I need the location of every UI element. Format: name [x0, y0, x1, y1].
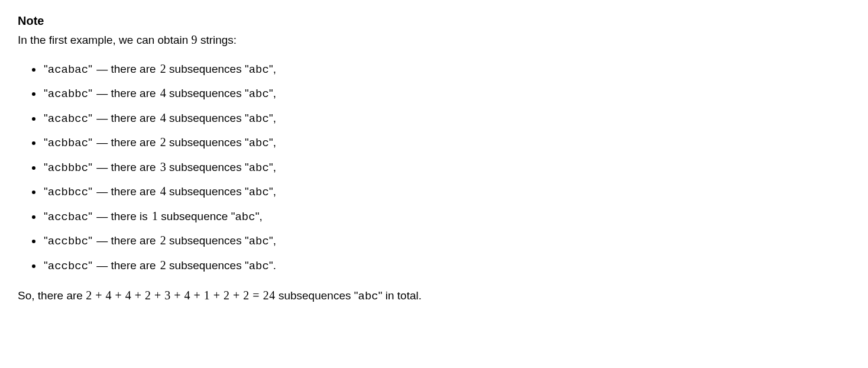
quote-open: ": [44, 112, 48, 124]
quote-open: ": [44, 259, 48, 272]
quote-open-2: ": [245, 161, 249, 173]
item-mid: subsequences: [166, 112, 245, 124]
item-phrase: — there are: [93, 63, 159, 75]
item-count: 4: [160, 111, 166, 124]
item-phrase: — there are: [93, 136, 159, 149]
abc-code: abc: [249, 112, 269, 125]
quote-open-2: ": [245, 87, 249, 99]
item-phrase: — there are: [93, 161, 159, 173]
quote-open: ": [44, 185, 48, 198]
example-list: "acabac" — there are 2 subsequences "abc…: [18, 60, 850, 275]
list-item: "accbcc" — there are 2 subsequences "abc…: [43, 256, 850, 275]
summary-expression: 2 + 4 + 4 + 2 + 3 + 4 + 1 + 2 + 2 = 24: [86, 289, 276, 302]
item-string: accbcc: [48, 260, 88, 273]
summary-prefix: So, there are: [18, 289, 86, 302]
quote-open: ": [44, 63, 48, 75]
quote-close-2: ": [269, 185, 273, 198]
item-phrase: — there are: [93, 259, 159, 272]
item-terminator: ,: [259, 210, 262, 222]
item-mid: subsequences: [166, 259, 245, 272]
item-count: 2: [160, 234, 166, 247]
item-string: acbbac: [48, 137, 88, 150]
quote-close: ": [88, 185, 92, 198]
quote-open-2: ": [245, 112, 249, 124]
abc-code: abc: [249, 260, 269, 273]
abc-code: abc: [249, 88, 269, 101]
item-count: 2: [160, 135, 166, 149]
item-phrase: — there are: [93, 112, 159, 124]
item-mid: subsequences: [166, 136, 245, 149]
quote-open-2: ": [245, 63, 249, 75]
item-string: acbbcc: [48, 186, 88, 199]
list-item: "acbbac" — there are 2 subsequences "abc…: [43, 133, 850, 152]
list-item: "accbac" — there is 1 subsequence "abc",: [43, 207, 850, 226]
item-count: 3: [160, 160, 166, 173]
item-mid: subsequences: [166, 87, 245, 99]
item-string: accbac: [48, 211, 88, 224]
item-mid: subsequence: [158, 210, 231, 222]
list-item: "acbbbc" — there are 3 subsequences "abc…: [43, 158, 850, 177]
item-terminator: ,: [273, 136, 276, 149]
abc-code: abc: [235, 211, 255, 224]
quote-close: ": [88, 136, 92, 149]
summary-mid: subsequences: [276, 289, 354, 302]
item-terminator: ,: [273, 63, 276, 75]
item-mid: subsequences: [166, 161, 245, 173]
item-terminator: ,: [273, 185, 276, 198]
quote-open: ": [44, 234, 48, 247]
quote-close-2: ": [269, 112, 273, 124]
quote-open: ": [44, 210, 48, 222]
item-terminator: ,: [273, 161, 276, 173]
intro-prefix: In the first example, we can obtain: [18, 34, 192, 46]
item-terminator: ,: [273, 234, 276, 247]
item-string: acabcc: [48, 112, 88, 125]
quote-close: ": [88, 259, 92, 272]
list-item: "acabcc" — there are 4 subsequences "abc…: [43, 109, 850, 128]
item-phrase: — there are: [93, 234, 159, 247]
quote-close-2: ": [269, 161, 273, 173]
item-terminator: ,: [273, 112, 276, 124]
quote-open-2: ": [245, 259, 249, 272]
abc-code: abc: [249, 162, 269, 175]
item-count: 1: [152, 209, 158, 222]
list-item: "accbbc" — there are 2 subsequences "abc…: [43, 231, 850, 250]
abc-code: abc: [249, 63, 269, 76]
quote-close: ": [88, 63, 92, 75]
quote-open: ": [44, 161, 48, 173]
item-mid: subsequences: [166, 185, 245, 198]
item-string: acbbbc: [48, 162, 88, 175]
abc-code: abc: [249, 137, 269, 150]
list-item: "acabbc" — there are 4 subsequences "abc…: [43, 84, 850, 103]
item-string: accbbc: [48, 235, 88, 248]
item-string: acabac: [48, 63, 88, 76]
item-phrase: — there are: [93, 185, 159, 198]
quote-open-2: ": [245, 234, 249, 247]
abc-code: abc: [249, 235, 269, 248]
intro-suffix: strings:: [197, 34, 237, 46]
abc-code: abc: [358, 290, 378, 303]
item-mid: subsequences: [166, 234, 245, 247]
summary-suffix: in total.: [382, 289, 422, 302]
list-item: "acabac" — there are 2 subsequences "abc…: [43, 60, 850, 79]
quote-open-2: ": [245, 136, 249, 149]
item-phrase: — there are: [93, 87, 159, 99]
intro-count: 9: [192, 33, 197, 46]
quote-close: ": [88, 161, 92, 173]
quote-close-2: ": [269, 234, 273, 247]
quote-close: ": [88, 234, 92, 247]
quote-open: ": [44, 87, 48, 99]
item-terminator: .: [273, 259, 276, 272]
quote-open: ": [44, 136, 48, 149]
item-terminator: ,: [273, 87, 276, 99]
quote-close: ": [88, 112, 92, 124]
item-mid: subsequences: [166, 63, 245, 75]
item-count: 4: [160, 86, 166, 99]
note-heading: Note: [18, 12, 850, 30]
quote-close-2: ": [269, 63, 273, 75]
quote-close-2: ": [269, 136, 273, 149]
quote-open-2: ": [245, 185, 249, 198]
item-count: 2: [160, 259, 166, 272]
abc-code: abc: [249, 186, 269, 199]
item-count: 4: [160, 185, 166, 198]
list-item: "acbbcc" — there are 4 subsequences "abc…: [43, 182, 850, 201]
